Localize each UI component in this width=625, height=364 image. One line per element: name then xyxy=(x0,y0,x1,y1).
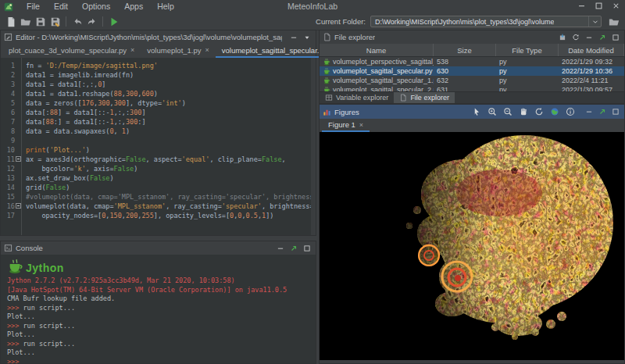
info-icon xyxy=(566,107,575,116)
minimize-icon xyxy=(290,34,298,41)
menu-apps[interactable]: Apps xyxy=(117,0,150,13)
cursor-button[interactable] xyxy=(471,107,481,117)
code-editor[interactable]: 1234567891011121314151617 fn = 'D:/Temp/… xyxy=(1,58,316,235)
editor-dropdown-arrow-button[interactable] xyxy=(302,32,312,43)
save-as-button[interactable] xyxy=(48,15,62,29)
current-folder-value: D:\Working\MIScript\Jython\mis\plot_type… xyxy=(375,18,554,26)
file-explorer-float-button[interactable] xyxy=(597,32,608,43)
browse-folder-button[interactable] xyxy=(606,15,621,29)
figures-icon xyxy=(323,108,331,116)
file-explorer-refresh-button[interactable] xyxy=(570,32,581,43)
tab-variable-explorer[interactable]: Variable explorer xyxy=(320,92,394,103)
volume-render-figure xyxy=(320,132,624,360)
figure-tab-bar: Figure 1 × xyxy=(320,119,624,132)
figures-float-button[interactable] xyxy=(597,106,608,117)
py-file-icon xyxy=(323,77,330,84)
file-explorer-import-button[interactable] xyxy=(557,32,568,43)
import-icon xyxy=(559,34,566,41)
editor-panel: Editor - D:\Working\MIScript\Jython\mis\… xyxy=(0,30,316,236)
save-button[interactable] xyxy=(33,15,48,29)
app-logo-icon xyxy=(4,2,13,12)
current-folder-label: Current Folder: xyxy=(316,17,366,26)
file-date-cell: 2022/2/4 11:21 xyxy=(559,77,624,84)
main-menu: FileEditOptionsAppsHelp xyxy=(20,0,181,13)
console-minimize-button[interactable] xyxy=(275,243,286,254)
table-row[interactable]: volumeplot_sagittal_specular.py630py2022… xyxy=(320,66,624,76)
line-number: 11 xyxy=(1,155,21,164)
close-icon[interactable]: × xyxy=(205,46,209,54)
close-icon[interactable]: × xyxy=(130,46,134,54)
table-row[interactable]: volumeplot_sagittal_specular_1.py632py20… xyxy=(320,76,624,85)
file-name-cell: volumeplot_sagittal_specular.py xyxy=(320,67,434,75)
minimize-icon xyxy=(585,34,593,41)
jython-logo-text: Jython xyxy=(26,262,64,274)
window-minimize-button[interactable] xyxy=(577,1,587,11)
fold-marker-icon[interactable] xyxy=(16,156,21,162)
file-explorer-icon xyxy=(399,94,407,102)
open-folder-button[interactable] xyxy=(18,15,33,29)
refresh-icon xyxy=(572,34,580,41)
column-header-date-modified[interactable]: Date Modified xyxy=(559,44,624,56)
figures-maximize-button[interactable] xyxy=(610,106,621,117)
file-date-cell: 2022/1/29 10:36 xyxy=(559,67,624,75)
run-button[interactable] xyxy=(106,15,121,29)
table-row[interactable]: volumeplot_perspective_sagittal_sp...538… xyxy=(320,57,624,66)
pan-button[interactable] xyxy=(518,107,528,117)
info-button[interactable] xyxy=(565,107,575,117)
chevron-down-icon[interactable] xyxy=(588,16,601,27)
window-close-button[interactable] xyxy=(611,1,621,11)
column-header-file-type[interactable]: File Type xyxy=(496,44,559,56)
console-output[interactable]: Jython Jython 2.7.2 (v2.7.2:925a3cc3b49d… xyxy=(1,255,316,363)
code-line: data[:88] = data1[::-1,:,:300] xyxy=(26,108,316,117)
code-line: data1 = data1.reshape(88,300,600) xyxy=(26,89,316,98)
file-explorer-maximize-button[interactable] xyxy=(610,32,621,43)
console-title: Console xyxy=(16,244,43,252)
zoom-out-button[interactable] xyxy=(502,107,512,117)
code-line: opacity_nodes=[0,150,200,255], opacity_l… xyxy=(26,211,316,220)
maximize-icon xyxy=(595,2,603,10)
file-table-header: NameSizeFile TypeDate Modified xyxy=(320,44,624,57)
code-line: grid(False) xyxy=(26,183,316,192)
figures-panel: Figures Figure 1 × xyxy=(319,104,625,364)
py-file-icon xyxy=(323,58,330,66)
open-folder-icon xyxy=(20,16,31,27)
editor-minimize-button[interactable] xyxy=(288,32,299,43)
jython-cup-icon xyxy=(7,259,23,274)
file-explorer-header: File explorer xyxy=(320,30,624,44)
tab-figure-1[interactable]: Figure 1 × xyxy=(322,119,370,132)
menu-file[interactable]: File xyxy=(20,0,47,13)
console-line: Jython 2.7.2 (v2.7.2:925a3cc3b49d, Mar 2… xyxy=(7,277,316,286)
console-float-button[interactable] xyxy=(288,243,299,254)
column-header-name[interactable]: Name xyxy=(320,44,434,56)
figures-minimize-button[interactable] xyxy=(584,106,595,117)
editor-gutter: 1234567891011121314151617 xyxy=(1,58,22,235)
figure-canvas[interactable] xyxy=(320,132,624,360)
current-folder-combobox[interactable]: D:\Working\MIScript\Jython\mis\plot_type… xyxy=(370,16,602,27)
rotate-button[interactable] xyxy=(534,107,544,117)
undo-button[interactable] xyxy=(70,15,84,29)
fold-marker-icon[interactable] xyxy=(16,203,21,209)
zoom-in-button[interactable] xyxy=(487,107,497,117)
new-file-button[interactable] xyxy=(3,15,18,29)
zoom-in-icon xyxy=(488,107,497,116)
file-explorer-minimize-button[interactable] xyxy=(584,32,595,43)
console-maximize-button[interactable] xyxy=(302,243,312,254)
redo-button[interactable] xyxy=(84,15,99,29)
editor-scrollbar[interactable] xyxy=(311,58,316,235)
editor-tab-2[interactable]: volumeplot_1.py× xyxy=(141,44,215,58)
line-number: 1 xyxy=(1,61,21,70)
line-number: 8 xyxy=(1,127,21,136)
maximize-icon xyxy=(612,34,620,41)
menu-edit[interactable]: Edit xyxy=(47,0,75,13)
globe-button[interactable] xyxy=(549,107,559,117)
jython-logo: Jython xyxy=(7,256,316,274)
tab-file-explorer[interactable]: File explorer xyxy=(394,92,455,103)
column-header-size[interactable]: Size xyxy=(434,44,496,56)
close-icon[interactable]: × xyxy=(359,121,363,129)
new-file-icon xyxy=(5,16,16,27)
window-maximize-button[interactable] xyxy=(594,1,604,11)
menu-help[interactable]: Help xyxy=(150,0,181,13)
code-line: fn = 'D:/Temp/image/sagittal.png' xyxy=(26,61,316,70)
editor-tab-1[interactable]: plot_cuace_3d_volume_specular.py× xyxy=(2,44,141,58)
menu-options[interactable]: Options xyxy=(75,0,117,13)
